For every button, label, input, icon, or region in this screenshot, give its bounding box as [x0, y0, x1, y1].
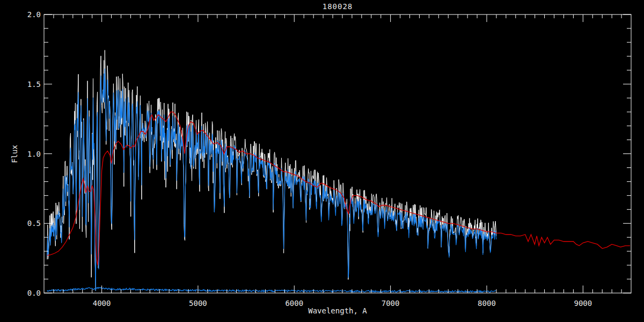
- y-tick-label: 1.5: [27, 80, 41, 89]
- x-tick-label: 5000: [189, 299, 207, 308]
- plot-frame: [44, 14, 631, 293]
- observed-spectrum-hires: [47, 50, 496, 291]
- spectra-series-layer: [47, 50, 630, 292]
- spectrum-viewer-window: 4000500060007000800090000.00.51.01.52.0 …: [0, 0, 644, 322]
- y-tick-label: 0.5: [27, 219, 41, 228]
- y-tick-label: 0.0: [27, 289, 41, 297]
- plot-title: 180028: [323, 2, 353, 11]
- y-axis-label: Flux: [10, 145, 19, 163]
- observed-spectrum-smoothed: [47, 69, 496, 291]
- error-spectrum: [47, 288, 496, 292]
- x-tick-label: 7000: [382, 299, 400, 308]
- x-tick-label: 8000: [478, 299, 496, 308]
- y-tick-label: 2.0: [27, 10, 41, 19]
- x-tick-label: 6000: [285, 299, 303, 308]
- x-tick-label: 4000: [93, 299, 111, 308]
- spectrum-plot-canvas: 4000500060007000800090000.00.51.01.52.0 …: [0, 0, 644, 322]
- x-tick-label: 9000: [574, 299, 592, 308]
- axes-layer: 4000500060007000800090000.00.51.01.52.0: [27, 10, 631, 308]
- y-tick-label: 1.0: [27, 150, 41, 158]
- x-axis-label: Wavelength, A: [308, 306, 367, 315]
